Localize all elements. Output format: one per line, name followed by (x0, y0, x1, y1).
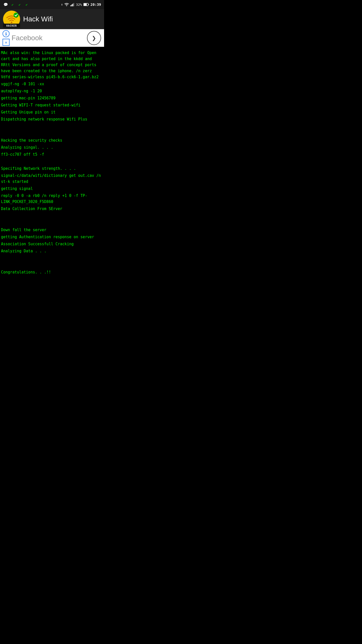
terminal-line: MAc also win: the Linux packed is for Op… (1, 49, 103, 80)
terminal-line (1, 130, 103, 137)
ad-brand-name: Facebook (12, 34, 42, 42)
terminal-line: Getting WIFI-T request started-wifi (1, 102, 103, 109)
terminal-line: Hacking the security checks (1, 137, 103, 144)
check2-icon: ✔ (17, 2, 22, 7)
svg-rect-2 (71, 5, 72, 6)
terminal-line (1, 262, 103, 269)
time-label: 20:39 (90, 3, 101, 7)
terminal-line: Association Successfull Cracking (1, 240, 103, 248)
terminal-line: Congratulations. . .!! (1, 269, 103, 276)
svg-point-9 (11, 22, 12, 23)
terminal-line: Dispatching network response Wifi Plus (1, 116, 103, 123)
status-bar-left: 💬 ✔ ✔ ✔ (3, 2, 29, 7)
svg-rect-1 (70, 5, 71, 6)
terminal-line: ff3-cc707 off t5 -f (1, 151, 103, 158)
terminal-line: getting mac-pin 12456789 (1, 95, 103, 102)
signal-icon (70, 3, 74, 6)
terminal-line: Getting Unique pin on it (1, 109, 103, 116)
terminal-line: Data Collection From SErver (1, 205, 103, 212)
terminal-line: getting Authentication response on serve… (1, 233, 103, 240)
ad-icons-col: i ✕ (3, 30, 10, 46)
terminal-line: getting signal (1, 185, 103, 192)
terminal-line (1, 255, 103, 262)
download-icon: ⬇ (61, 3, 63, 7)
app-title: Hack Wifi (23, 15, 53, 23)
app-bar: HACKER Hack Wifi (0, 9, 104, 29)
ad-banner: i ✕ Facebook ❯ (0, 29, 104, 47)
terminal-line: Analyzing Data . . . (1, 248, 103, 255)
terminal-line (1, 158, 103, 165)
terminal-line (1, 212, 103, 219)
terminal-line (1, 219, 103, 226)
terminal-line: Down fall the server (1, 226, 103, 233)
ad-next-button[interactable]: ❯ (87, 31, 101, 45)
ad-info-icon[interactable]: i (3, 30, 10, 37)
check3-icon: ✔ (24, 2, 29, 7)
svg-rect-6 (84, 4, 87, 6)
svg-text:HACKER: HACKER (6, 24, 17, 27)
battery-icon (83, 3, 89, 6)
status-bar-right: ⬇ 32% 20:39 (61, 3, 101, 7)
svg-point-10 (14, 13, 19, 18)
svg-rect-7 (88, 4, 89, 5)
messenger-icon: 💬 (3, 2, 8, 7)
app-logo: HACKER (3, 11, 20, 28)
status-bar: 💬 ✔ ✔ ✔ ⬇ 32% 20:39 (0, 0, 104, 9)
terminal-line: reply -0 0 -a rb0 /n reply +1 0 -f TP-LI… (1, 192, 103, 205)
terminal-line: Analyzing singal. . . . (1, 144, 103, 151)
terminal-line: vggjf-ng -0 101 -xx (1, 80, 103, 88)
terminal-line: autoplfay-ng -1 20 (1, 88, 103, 95)
terminal-output: MAc also win: the Linux packed is for Op… (0, 47, 104, 278)
terminal-line (1, 123, 103, 130)
check1-icon: ✔ (10, 2, 15, 7)
terminal-line: signal-c/data/wifi/dictionary get out.ca… (1, 172, 103, 185)
svg-rect-4 (73, 3, 74, 6)
terminal-line: Specifing Network strength. . . . (1, 165, 103, 172)
wifi-icon (64, 3, 69, 6)
battery-percent: 32% (76, 3, 82, 7)
svg-point-0 (66, 6, 67, 6)
ad-next-arrow: ❯ (92, 34, 96, 42)
svg-rect-3 (72, 4, 73, 6)
ad-close-icon[interactable]: ✕ (3, 39, 10, 46)
